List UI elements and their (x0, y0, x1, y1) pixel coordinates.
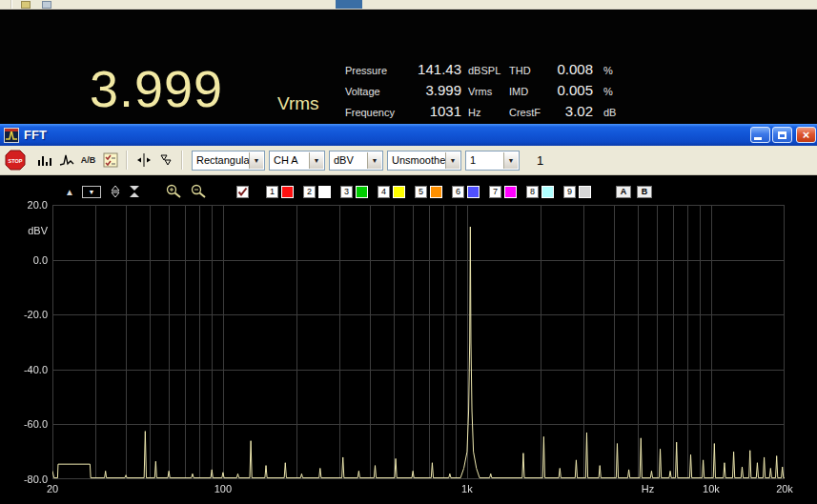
trace-select-8[interactable]: 8 (526, 186, 539, 198)
trace-color-9[interactable] (579, 186, 591, 198)
check-icon (237, 187, 248, 197)
trace-select-2[interactable]: 2 (303, 186, 316, 198)
close-button[interactable]: × (796, 127, 816, 143)
close-icon: × (803, 129, 810, 141)
imd-value: 0.005 (547, 82, 593, 98)
averaging-select[interactable]: 1 ▼ (465, 151, 520, 171)
cursor-button[interactable] (133, 150, 154, 171)
imd-label: IMD (505, 86, 547, 97)
background-window-fragment (336, 0, 362, 9)
trace-color-4[interactable] (393, 186, 405, 198)
expand-vertical-icon (109, 185, 122, 198)
x-tick-10k: 10k (703, 483, 720, 494)
trace-select-4[interactable]: 4 (378, 186, 390, 198)
marker-button[interactable] (154, 150, 176, 171)
trace-select-7[interactable]: 7 (489, 186, 501, 198)
y-tick--20.0: -20.0 (0, 309, 48, 320)
pressure-unit: dBSPL (461, 65, 505, 76)
ab-icon: A/B (81, 155, 96, 165)
crest-factor-unit: dB (593, 107, 616, 118)
units-select[interactable]: dBV ▼ (329, 151, 383, 171)
main-voltage-value: 3.999 (90, 59, 223, 118)
thd-value: 0.008 (547, 61, 593, 77)
trace-select-dropdown[interactable]: ▼ (82, 186, 101, 198)
maximize-button[interactable] (772, 127, 792, 143)
x-tick-Hz: Hz (642, 483, 654, 494)
main-voltage-unit: Vrms (277, 93, 319, 114)
trace-color-5[interactable] (430, 186, 442, 198)
trace-color-3[interactable] (356, 186, 368, 198)
overlay-list-button[interactable] (99, 150, 121, 171)
zoom-in-icon (166, 184, 183, 199)
zoom-in-button[interactable] (166, 184, 183, 199)
trace-select-5[interactable]: 5 (415, 186, 427, 198)
compress-scale-button[interactable] (128, 185, 141, 198)
trace-select-6[interactable]: 6 (452, 186, 464, 198)
trace-select-3[interactable]: 3 (340, 186, 353, 198)
expand-scale-button[interactable] (109, 185, 122, 198)
trace-color-7[interactable] (504, 186, 517, 198)
y-tick--40.0: -40.0 (0, 364, 48, 375)
screen: 3.999 Vrms Pressure 141.43 dBSPL THD 0.0… (0, 0, 817, 504)
units-value: dBV (334, 154, 354, 166)
fft-canvas[interactable] (52, 205, 785, 479)
svg-text:STOP: STOP (9, 158, 23, 164)
fft-average-count: 1 (537, 153, 543, 168)
overlay-b-button[interactable]: B (637, 186, 652, 198)
trace-select-9[interactable]: 9 (563, 186, 576, 198)
voltage-value: 3.999 (406, 82, 461, 98)
fft-window-titlebar[interactable]: FFT × (0, 124, 817, 146)
trace-visible-checkbox[interactable] (236, 186, 249, 198)
stop-button[interactable]: STOP (4, 149, 27, 171)
trace-pair-5: 5 (415, 186, 442, 198)
x-tick-20k: 20k (776, 483, 793, 494)
fft-window-icon (4, 128, 19, 143)
scale-up-button[interactable]: ▲ (63, 187, 76, 197)
zoom-out-button[interactable] (191, 184, 208, 199)
x-tick-1k: 1k (461, 483, 473, 494)
ab-compare-button[interactable]: A/B (77, 150, 99, 171)
trace-color-2[interactable] (318, 186, 331, 198)
x-tick-20: 20 (47, 483, 58, 494)
chevron-down-icon: ▼ (503, 152, 518, 169)
trace-color-8[interactable] (541, 186, 554, 198)
x-tick-100: 100 (214, 483, 232, 494)
pressure-value: 141.43 (406, 61, 461, 77)
spectrum-curve-icon (59, 152, 74, 168)
bar-graph-icon (37, 152, 52, 168)
chevron-down-icon: ▼ (309, 152, 323, 169)
level-meter-panel: 3.999 Vrms Pressure 141.43 dBSPL THD 0.0… (0, 9, 817, 124)
smoothing-select[interactable]: Unsmoothed ▼ (387, 151, 461, 171)
y-tick-dBV: dBV (0, 225, 48, 236)
trace-color-1[interactable] (281, 186, 294, 198)
overlay-a-button[interactable]: A (616, 186, 631, 198)
trace-color-6[interactable] (467, 186, 480, 198)
window-function-value: Rectangular (196, 154, 253, 166)
channel-value: CH A (274, 154, 298, 166)
thd-unit: % (593, 65, 616, 76)
toolbar-separator (10, 0, 12, 9)
frequency-value: 1031 (406, 103, 461, 119)
zoom-out-icon (191, 184, 208, 199)
channel-select[interactable]: CH A ▼ (269, 151, 325, 171)
y-tick--60.0: -60.0 (0, 418, 48, 430)
window-buttons: × (748, 127, 816, 143)
window-function-select[interactable]: Rectangular ▼ (192, 151, 265, 171)
thd-label: THD (505, 65, 547, 76)
voltage-label: Voltage (345, 86, 406, 97)
bar-graph-view-button[interactable] (33, 150, 55, 171)
y-tick-20.0: 20.0 (0, 199, 48, 211)
trace-pair-1: 1 (266, 186, 294, 198)
y-tick--80.0: -80.0 (0, 474, 48, 485)
pressure-label: Pressure (345, 65, 406, 76)
voltage-unit: Vrms (461, 86, 505, 97)
fft-toolbar: STOP A/B Rectangular ▼ CH A ▼ dBV ▼ (0, 146, 817, 175)
measurement-row-voltage: Voltage 3.999 Vrms IMD 0.005 % (345, 82, 616, 103)
frequency-label: Frequency (345, 107, 406, 118)
minimize-button[interactable] (750, 127, 770, 143)
trace-select-1[interactable]: 1 (266, 186, 278, 198)
trace-pair-9: 9 (563, 186, 591, 198)
measurement-row-pressure: Pressure 141.43 dBSPL THD 0.008 % (345, 61, 616, 82)
background-toolbar-icon (42, 1, 51, 9)
spectrum-curve-view-button[interactable] (55, 150, 77, 171)
